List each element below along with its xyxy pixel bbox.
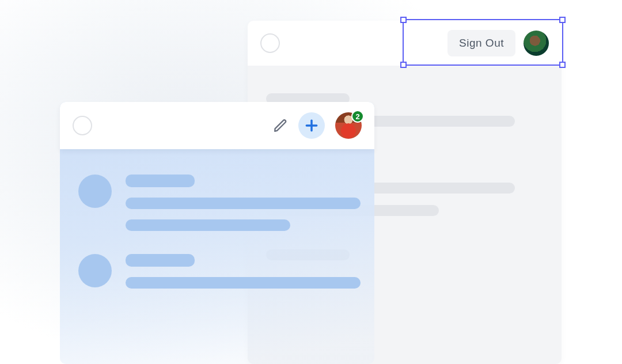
avatar-placeholder bbox=[78, 254, 112, 287]
panel-secondary-header: Sign Out bbox=[248, 21, 562, 66]
panel-primary-header: 2 bbox=[60, 102, 374, 149]
text-placeholder bbox=[126, 175, 195, 187]
notification-badge: 2 bbox=[351, 110, 364, 123]
edit-icon[interactable] bbox=[273, 118, 288, 133]
panel-primary: 2 bbox=[60, 102, 374, 364]
text-placeholder bbox=[126, 254, 195, 267]
text-placeholder-group bbox=[126, 254, 361, 289]
add-button[interactable] bbox=[298, 112, 325, 139]
selection-handle-top-right[interactable] bbox=[559, 17, 566, 23]
text-placeholder bbox=[126, 198, 361, 209]
list-item bbox=[78, 254, 361, 289]
avatar[interactable] bbox=[524, 31, 549, 56]
sign-out-button[interactable]: Sign Out bbox=[447, 30, 515, 56]
app-logo-placeholder bbox=[73, 116, 92, 135]
list-item bbox=[78, 175, 361, 231]
avatar-with-badge[interactable]: 2 bbox=[335, 112, 362, 139]
app-logo-placeholder bbox=[260, 33, 280, 53]
text-placeholder-group bbox=[126, 175, 361, 231]
text-placeholder bbox=[126, 277, 361, 289]
avatar-placeholder bbox=[78, 175, 112, 208]
content-placeholder-list bbox=[78, 175, 361, 289]
text-placeholder bbox=[126, 219, 290, 231]
